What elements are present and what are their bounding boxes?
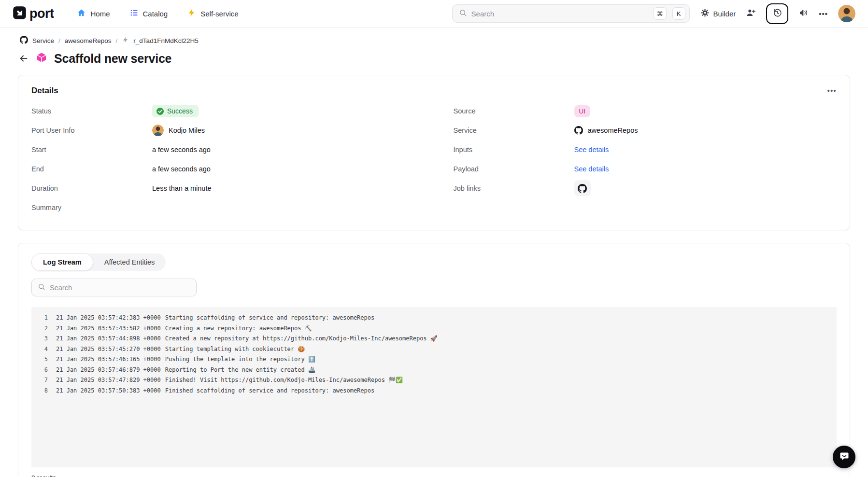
nav-item-label: Catalog <box>143 10 168 18</box>
log-line: 421 Jan 2025 03:57:45:270 +0000Starting … <box>31 344 837 355</box>
search-icon <box>38 283 45 293</box>
detail-label: Job links <box>454 184 574 192</box>
nav-item-label: Home <box>90 10 110 18</box>
invite-user-button[interactable] <box>746 8 756 20</box>
detail-row-user: Port User Info Kodjo Miles <box>31 121 415 140</box>
status-text: Success <box>167 107 193 115</box>
user-name: Kodjo Miles <box>169 126 205 134</box>
back-button[interactable] <box>18 53 29 64</box>
detail-row-start: Start a few seconds ago <box>31 140 415 159</box>
detail-row-duration: Duration Less than a minute <box>31 179 415 198</box>
gear-icon <box>700 8 710 19</box>
announcements-button[interactable] <box>798 8 809 20</box>
user-avatar[interactable] <box>838 5 855 22</box>
log-line: 821 Jan 2025 03:57:50:383 +0000Finished … <box>31 386 837 396</box>
details-card: Details ••• Status Success Port User Inf… <box>18 75 850 230</box>
detail-row-status: Status Success <box>31 101 415 121</box>
breadcrumb-service[interactable]: Service <box>32 37 54 44</box>
global-search-input[interactable] <box>471 10 648 18</box>
log-line: 121 Jan 2025 03:57:42:383 +0000Starting … <box>31 313 837 323</box>
detail-label: Summary <box>31 204 152 211</box>
log-stream-output: 121 Jan 2025 03:57:42:383 +0000Starting … <box>31 307 837 467</box>
run-bolt-icon <box>122 36 129 45</box>
detail-row-source: Source UI <box>454 101 837 121</box>
nav-item-home[interactable]: Home <box>77 8 110 19</box>
results-count: 8 results <box>31 474 837 477</box>
nav-item-label: Self-service <box>200 10 238 18</box>
breadcrumb-separator: / <box>58 37 60 44</box>
log-line: 321 Jan 2025 03:57:44:898 +0000Created a… <box>31 334 837 344</box>
detail-row-summary: Summary <box>31 198 415 217</box>
megaphone-icon <box>798 8 809 20</box>
log-line: 621 Jan 2025 03:57:46:879 +0000Reporting… <box>31 365 837 376</box>
tab-log-stream[interactable]: Log Stream <box>31 253 93 271</box>
details-menu-button[interactable]: ••• <box>827 87 837 95</box>
detail-label: Source <box>454 107 574 115</box>
detail-label: End <box>31 165 152 173</box>
start-value: a few seconds ago <box>152 146 211 154</box>
details-heading: Details <box>31 86 58 96</box>
detail-label: Status <box>31 107 152 115</box>
detail-row-job-links: Job links <box>454 179 837 198</box>
breadcrumb-blueprint[interactable]: awesomeRepos <box>65 37 112 44</box>
chat-bubble-icon <box>839 450 850 464</box>
detail-label: Inputs <box>454 146 574 154</box>
navbar-actions: Builder ••• <box>700 3 855 24</box>
builder-label: Builder <box>713 10 736 18</box>
page-header: Scaffold new service <box>0 45 868 66</box>
main-nav: Home Catalog Self-service <box>77 8 238 19</box>
detail-row-payload: Payload See details <box>454 159 837 179</box>
breadcrumb: Service / awesomeRepos / r_dTad1FnMdKcl2… <box>0 28 868 45</box>
catalog-icon <box>129 8 139 19</box>
person-add-icon <box>746 8 756 20</box>
lightning-icon <box>187 8 196 19</box>
more-options-button[interactable]: ••• <box>819 10 828 17</box>
runs-history-button[interactable] <box>766 3 788 24</box>
page-title: Scaffold new service <box>54 52 171 66</box>
port-logo[interactable]: port <box>13 6 54 22</box>
nav-item-catalog[interactable]: Catalog <box>129 8 168 19</box>
detail-row-end: End a few seconds ago <box>31 159 415 179</box>
job-link-github-button[interactable] <box>574 180 591 196</box>
chat-widget-button[interactable] <box>833 446 855 468</box>
duration-value: Less than a minute <box>152 184 212 192</box>
global-search[interactable]: ⌘ K <box>452 4 690 23</box>
end-value: a few seconds ago <box>152 165 211 173</box>
port-logo-icon <box>13 6 27 22</box>
cube-icon <box>35 51 48 66</box>
check-circle-icon <box>157 108 164 115</box>
breadcrumb-separator: / <box>116 37 118 44</box>
top-navbar: port Home Catalog Self-service ⌘ K <box>0 0 868 28</box>
breadcrumb-run-id[interactable]: r_dTad1FnMdKcl22H5 <box>133 37 198 44</box>
detail-label: Service <box>454 126 574 134</box>
history-icon <box>772 8 783 20</box>
log-card: Log Stream Affected Entities 121 Jan 202… <box>18 243 850 477</box>
source-badge: UI <box>574 105 591 117</box>
k-key-badge: K <box>672 7 685 20</box>
github-icon <box>574 126 583 135</box>
log-search[interactable] <box>31 279 197 296</box>
log-line: 721 Jan 2025 03:57:47:829 +0000Finished!… <box>31 375 837 386</box>
log-search-input[interactable] <box>50 284 190 292</box>
builder-button[interactable]: Builder <box>700 8 736 19</box>
nav-item-self-service[interactable]: Self-service <box>187 8 238 19</box>
detail-label: Port User Info <box>31 126 152 134</box>
tab-affected-entities[interactable]: Affected Entities <box>93 254 166 270</box>
detail-label: Start <box>31 146 152 154</box>
search-icon <box>459 9 467 19</box>
user-avatar-small <box>152 125 164 136</box>
log-tabs: Log Stream Affected Entities <box>31 253 166 271</box>
details-right-column: Source UI Service awesomeRepos Inputs Se… <box>454 101 837 217</box>
detail-label: Duration <box>31 184 152 192</box>
status-badge: Success <box>152 105 199 117</box>
home-icon <box>77 8 86 19</box>
details-left-column: Status Success Port User Info K <box>31 101 415 217</box>
inputs-see-details-link[interactable]: See details <box>574 146 609 154</box>
service-name: awesomeRepos <box>588 126 638 134</box>
log-line: 521 Jan 2025 03:57:46:165 +0000Pushing t… <box>31 354 837 365</box>
port-logo-text: port <box>29 6 54 21</box>
detail-row-inputs: Inputs See details <box>454 140 837 159</box>
cmd-key-badge: ⌘ <box>654 7 667 20</box>
github-icon <box>20 36 28 45</box>
payload-see-details-link[interactable]: See details <box>574 165 609 173</box>
